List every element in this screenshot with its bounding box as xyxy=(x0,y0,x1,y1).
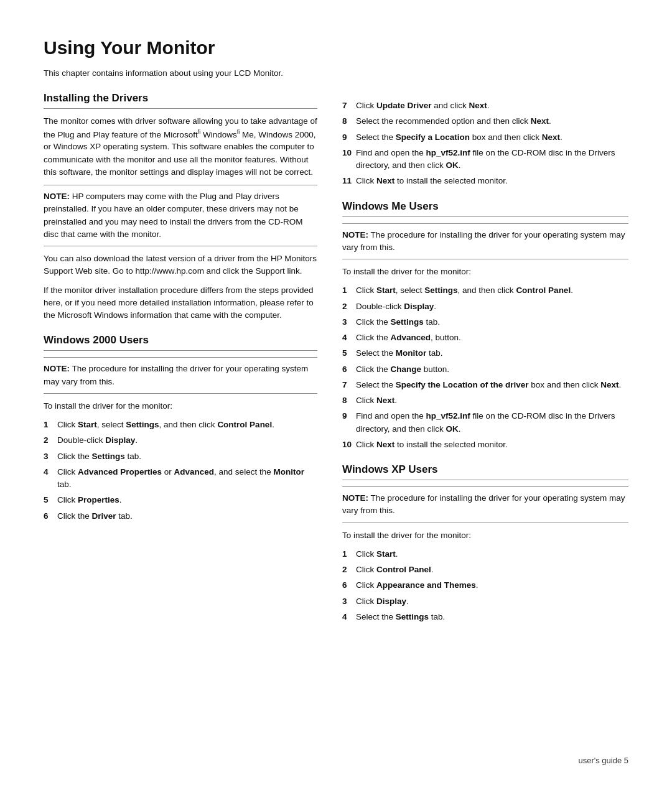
step-content: Click Start, select Settings, and then c… xyxy=(57,419,317,431)
note-box-winme: NOTE: The procedure for installing the d… xyxy=(342,223,628,260)
winxp-note-text: NOTE: The procedure for installing the d… xyxy=(342,492,628,518)
step-content: Find and open the hp_vf52.inf file on th… xyxy=(356,410,628,435)
win2000-intro: To install the driver for the monitor: xyxy=(44,400,317,412)
list-item: 9 Select the Specify a Location box and … xyxy=(342,131,628,144)
list-item: 10 Find and open the hp_vf52.inf file on… xyxy=(342,147,628,172)
list-item: 1 Click Start, select Settings, and then… xyxy=(44,419,317,431)
step-content: Click Advanced Properties or Advanced, a… xyxy=(57,466,317,491)
step-num: 8 xyxy=(342,394,356,407)
winme-intro: To install the driver for the monitor: xyxy=(342,266,628,278)
step-content: Click Display. xyxy=(356,595,628,608)
step-num: 2 xyxy=(342,564,356,576)
step-content: Click the Driver tab. xyxy=(57,510,317,523)
list-item: 5 Select the Monitor tab. xyxy=(342,347,628,360)
list-item: 8 Click Next. xyxy=(342,394,628,407)
step-content: Click the Settings tab. xyxy=(57,450,317,463)
step-num: 3 xyxy=(44,450,57,463)
step-num: 5 xyxy=(44,494,57,506)
note-box-winxp: NOTE: The procedure for installing the d… xyxy=(342,486,628,523)
step-num: 11 xyxy=(342,175,356,187)
step-content: Click Update Driver and click Next. xyxy=(356,100,628,112)
win98-continued-steps: 7 Click Update Driver and click Next. 8 … xyxy=(342,100,628,188)
step-num: 8 xyxy=(342,115,356,128)
step-num: 6 xyxy=(342,579,356,592)
winxp-note-bold: NOTE: xyxy=(342,493,368,503)
step-content: Double-click Display. xyxy=(356,300,628,313)
list-item: 4 Click the Advanced, button. xyxy=(342,332,628,344)
step-content: Click Control Panel. xyxy=(356,564,628,576)
step-content: Find and open the hp_vf52.inf file on th… xyxy=(356,147,628,172)
win2000-steps: 1 Click Start, select Settings, and then… xyxy=(44,419,317,523)
page-title: Using Your Monitor xyxy=(44,37,628,58)
step-content: Double-click Display. xyxy=(57,434,317,447)
step-num: 9 xyxy=(342,410,356,422)
list-item: 2 Double-click Display. xyxy=(44,434,317,447)
note-box-win2000: NOTE: The procedure for installing the d… xyxy=(44,357,317,394)
installing-p2: You can also download the latest version… xyxy=(44,253,317,278)
list-item: 3 Click the Settings tab. xyxy=(342,316,628,328)
right-column: 7 Click Update Driver and click Next. 8 … xyxy=(342,67,628,630)
divider-installing xyxy=(44,108,317,109)
step-num: 4 xyxy=(342,611,356,623)
note1-bold: NOTE: xyxy=(44,192,70,201)
list-item: 2 Click Control Panel. xyxy=(342,564,628,576)
step-num: 2 xyxy=(44,434,57,447)
win2000-note-text: NOTE: The procedure for installing the d… xyxy=(44,363,317,388)
step-num: 10 xyxy=(342,439,356,451)
step-num: 4 xyxy=(44,466,57,478)
list-item: 7 Click Update Driver and click Next. xyxy=(342,100,628,112)
step-content: Select the Specify the Location of the d… xyxy=(356,379,628,391)
winme-note-bold: NOTE: xyxy=(342,230,368,239)
winme-steps: 1 Click Start, select Settings, and then… xyxy=(342,284,628,451)
winxp-intro: To install the driver for the monitor: xyxy=(342,529,628,542)
left-column: This chapter contains information about … xyxy=(44,67,317,529)
step-num: 7 xyxy=(342,379,356,391)
step-content: Click Properties. xyxy=(57,494,317,506)
step-content: Click the Advanced, button. xyxy=(356,332,628,344)
divider-win2000 xyxy=(44,350,317,351)
footer: user's guide 5 xyxy=(578,756,628,765)
step-content: Click Start, select Settings, and then c… xyxy=(356,284,628,297)
step-content: Select the Settings tab. xyxy=(356,611,628,623)
step-num: 6 xyxy=(44,510,57,523)
step-content: Click Start. xyxy=(356,548,628,560)
list-item: 7 Select the Specify the Location of the… xyxy=(342,379,628,391)
list-item: 3 Click Display. xyxy=(342,595,628,608)
win2000-title: Windows 2000 Users xyxy=(44,334,317,346)
step-num: 1 xyxy=(44,419,57,431)
intro-paragraph: This chapter contains information about … xyxy=(44,67,317,80)
note1-text: NOTE: HP computers may come with the Plu… xyxy=(44,190,317,241)
step-num: 10 xyxy=(342,147,356,159)
step-num: 6 xyxy=(342,363,356,376)
list-item: 4 Select the Settings tab. xyxy=(342,611,628,623)
step-num: 1 xyxy=(342,548,356,560)
list-item: 1 Click Start. xyxy=(342,548,628,560)
winxp-steps: 1 Click Start. 2 Click Control Panel. 6 … xyxy=(342,548,628,623)
winxp-title: Windows XP Users xyxy=(342,463,628,476)
list-item: 5 Click Properties. xyxy=(44,494,317,506)
installing-title: Installing the Drivers xyxy=(44,92,317,105)
installing-p1: The monitor comes with driver software a… xyxy=(44,115,317,179)
divider-winme xyxy=(342,216,628,217)
step-num: 2 xyxy=(342,300,356,313)
step-num: 1 xyxy=(342,284,356,297)
list-item: 10 Click Next to install the selected mo… xyxy=(342,439,628,451)
list-item: 4 Click Advanced Properties or Advanced,… xyxy=(44,466,317,491)
step-content: Click the Settings tab. xyxy=(356,316,628,328)
step-num: 3 xyxy=(342,316,356,328)
list-item: 2 Double-click Display. xyxy=(342,300,628,313)
step-num: 9 xyxy=(342,131,356,144)
step-content: Click Next to install the selected monit… xyxy=(356,439,628,451)
list-item: 6 Click the Change button. xyxy=(342,363,628,376)
step-num: 4 xyxy=(342,332,356,344)
list-item: 9 Find and open the hp_vf52.inf file on … xyxy=(342,410,628,435)
winme-note-text: NOTE: The procedure for installing the d… xyxy=(342,229,628,254)
list-item: 6 Click the Driver tab. xyxy=(44,510,317,523)
list-item: 1 Click Start, select Settings, and then… xyxy=(342,284,628,297)
installing-p3: If the monitor driver installation proce… xyxy=(44,284,317,322)
step-num: 3 xyxy=(342,595,356,608)
step-content: Click Appearance and Themes. xyxy=(356,579,628,592)
list-item: 8 Select the recommended option and then… xyxy=(342,115,628,128)
list-item: 3 Click the Settings tab. xyxy=(44,450,317,463)
step-content: Select the Specify a Location box and th… xyxy=(356,131,628,144)
